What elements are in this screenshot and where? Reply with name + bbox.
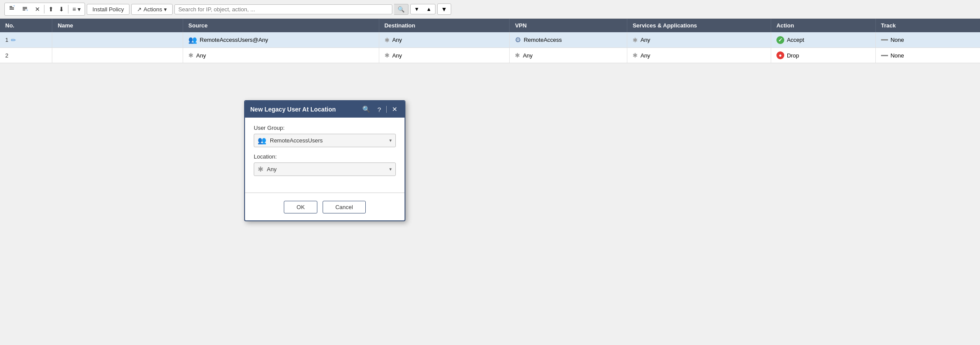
- dialog-search-button[interactable]: 🔍: [361, 105, 372, 114]
- dialog-footer: OK Cancel: [245, 196, 405, 220]
- user-group-icon: 👥: [258, 136, 266, 145]
- user-group-dropdown-icon: ▾: [389, 138, 392, 143]
- dialog-title-actions: 🔍 ? ✕: [361, 105, 399, 114]
- location-any-icon: ✱: [258, 165, 263, 173]
- dialog-close-button[interactable]: ✕: [390, 105, 399, 114]
- dialog-footer-separator: [245, 193, 405, 193]
- ok-button[interactable]: OK: [284, 201, 317, 213]
- dialog-title: New Legacy User At Location: [250, 106, 336, 113]
- dialog-help-button[interactable]: ?: [376, 105, 383, 114]
- cancel-button[interactable]: Cancel: [323, 201, 365, 213]
- location-select[interactable]: ✱ Any ▾: [254, 162, 396, 176]
- dialog-body: User Group: 👥 RemoteAccessUsers ▾ Locati…: [245, 118, 405, 189]
- dialog-titlebar: New Legacy User At Location 🔍 ? ✕: [245, 101, 405, 118]
- user-group-value: RemoteAccessUsers: [270, 137, 389, 144]
- user-group-select[interactable]: 👥 RemoteAccessUsers ▾: [254, 134, 396, 147]
- location-dropdown-icon: ▾: [389, 166, 392, 172]
- dialog-overlay: New Legacy User At Location 🔍 ? ✕ User G…: [0, 0, 980, 345]
- location-label: Location:: [254, 153, 396, 160]
- dialog-title-sep: [386, 106, 387, 113]
- user-group-label: User Group:: [254, 125, 396, 131]
- location-value: Any: [267, 166, 389, 172]
- new-legacy-user-dialog: New Legacy User At Location 🔍 ? ✕ User G…: [244, 100, 405, 221]
